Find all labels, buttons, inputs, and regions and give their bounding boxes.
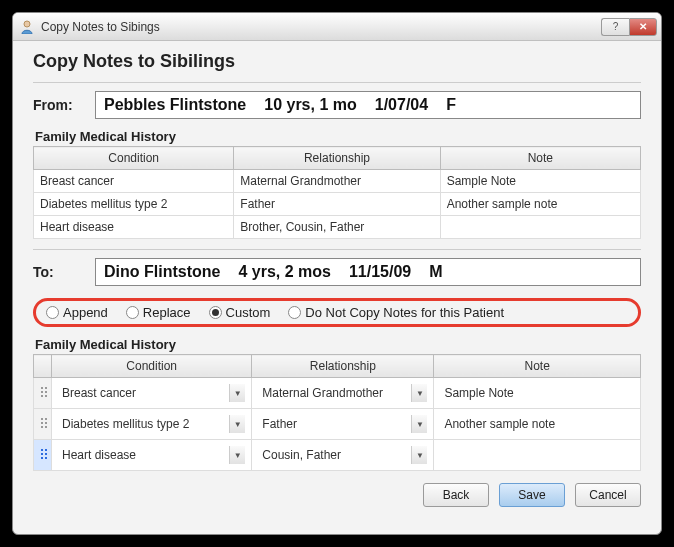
col-note: Note — [434, 355, 641, 378]
titlebar: Copy Notes to Sibings ? ✕ — [13, 13, 661, 41]
table-row[interactable]: Heart disease▼Cousin, Father▼ — [34, 440, 641, 471]
cell-note[interactable]: Sample Note — [434, 378, 641, 409]
radio-icon — [126, 306, 139, 319]
save-button[interactable]: Save — [499, 483, 565, 507]
col-condition: Condition — [34, 147, 234, 170]
radio-label: Replace — [143, 305, 191, 320]
radio-append[interactable]: Append — [46, 305, 108, 320]
table-row: Breast cancer Maternal Grandmother Sampl… — [34, 170, 641, 193]
condition-value: Diabetes mellitus type 2 — [58, 417, 229, 431]
footer-buttons: Back Save Cancel — [33, 483, 641, 507]
to-age: 4 yrs, 2 mos — [238, 263, 331, 281]
chevron-down-icon[interactable]: ▼ — [229, 384, 245, 402]
cell-condition: Heart disease — [34, 216, 234, 239]
content-area: Copy Notes to Sibilings From: Pebbles Fl… — [13, 41, 661, 534]
table-row: Heart disease Brother, Cousin, Father — [34, 216, 641, 239]
table-row[interactable]: Breast cancer▼Maternal Grandmother▼Sampl… — [34, 378, 641, 409]
radio-icon — [288, 306, 301, 319]
from-dob: 1/07/04 — [375, 96, 428, 114]
from-section-title: Family Medical History — [35, 129, 641, 144]
to-section-title: Family Medical History — [35, 337, 641, 352]
svg-point-0 — [24, 21, 30, 27]
chevron-down-icon[interactable]: ▼ — [229, 446, 245, 464]
cell-relationship[interactable]: Father▼ — [252, 409, 434, 440]
cell-condition: Breast cancer — [34, 170, 234, 193]
cell-note: Sample Note — [440, 170, 640, 193]
from-name: Pebbles Flintstone — [104, 96, 246, 114]
col-condition: Condition — [52, 355, 252, 378]
radio-replace[interactable]: Replace — [126, 305, 191, 320]
col-relationship: Relationship — [234, 147, 440, 170]
close-button[interactable]: ✕ — [629, 18, 657, 36]
to-history-table: Condition Relationship Note Breast cance… — [33, 354, 641, 471]
to-name: Dino Flintstone — [104, 263, 220, 281]
copy-mode-group: Append Replace Custom Do Not Copy Notes … — [33, 298, 641, 327]
radio-label: Append — [63, 305, 108, 320]
relationship-value: Father — [258, 417, 411, 431]
table-row[interactable]: Diabetes mellitus type 2▼Father▼Another … — [34, 409, 641, 440]
table-row: Diabetes mellitus type 2 Father Another … — [34, 193, 641, 216]
cell-relationship: Brother, Cousin, Father — [234, 216, 440, 239]
cell-note[interactable] — [434, 440, 641, 471]
from-row: From: Pebbles Flintstone 10 yrs, 1 mo 1/… — [33, 91, 641, 119]
from-age: 10 yrs, 1 mo — [264, 96, 357, 114]
cell-note — [440, 216, 640, 239]
condition-value: Breast cancer — [58, 386, 229, 400]
dialog-window: Copy Notes to Sibings ? ✕ Copy Notes to … — [12, 12, 662, 535]
cancel-button[interactable]: Cancel — [575, 483, 641, 507]
cell-note: Another sample note — [440, 193, 640, 216]
drag-handle[interactable] — [34, 440, 52, 471]
radio-label: Custom — [226, 305, 271, 320]
note-value: Another sample note — [440, 417, 634, 431]
divider — [33, 82, 641, 83]
to-sex: M — [429, 263, 442, 281]
back-button[interactable]: Back — [423, 483, 489, 507]
help-button[interactable]: ? — [601, 18, 629, 36]
cell-relationship: Father — [234, 193, 440, 216]
cell-condition[interactable]: Breast cancer▼ — [52, 378, 252, 409]
cell-condition: Diabetes mellitus type 2 — [34, 193, 234, 216]
cell-note[interactable]: Another sample note — [434, 409, 641, 440]
drag-handle[interactable] — [34, 378, 52, 409]
chevron-down-icon[interactable]: ▼ — [411, 415, 427, 433]
chevron-down-icon[interactable]: ▼ — [229, 415, 245, 433]
col-relationship: Relationship — [252, 355, 434, 378]
to-patient: Dino Flintstone 4 yrs, 2 mos 11/15/09 M — [95, 258, 641, 286]
radio-label: Do Not Copy Notes for this Patient — [305, 305, 504, 320]
radio-custom[interactable]: Custom — [209, 305, 271, 320]
to-dob: 11/15/09 — [349, 263, 411, 281]
radio-icon — [46, 306, 59, 319]
col-handle — [34, 355, 52, 378]
condition-value: Heart disease — [58, 448, 229, 462]
relationship-value: Maternal Grandmother — [258, 386, 411, 400]
col-note: Note — [440, 147, 640, 170]
relationship-value: Cousin, Father — [258, 448, 411, 462]
cell-condition[interactable]: Diabetes mellitus type 2▼ — [52, 409, 252, 440]
to-label: To: — [33, 264, 87, 280]
divider — [33, 249, 641, 250]
cell-condition[interactable]: Heart disease▼ — [52, 440, 252, 471]
window-title: Copy Notes to Sibings — [41, 20, 601, 34]
from-label: From: — [33, 97, 87, 113]
cell-relationship[interactable]: Maternal Grandmother▼ — [252, 378, 434, 409]
note-value: Sample Note — [440, 386, 634, 400]
radio-icon — [209, 306, 222, 319]
to-row: To: Dino Flintstone 4 yrs, 2 mos 11/15/0… — [33, 258, 641, 286]
radio-donotcopy[interactable]: Do Not Copy Notes for this Patient — [288, 305, 504, 320]
drag-handle[interactable] — [34, 409, 52, 440]
cell-relationship[interactable]: Cousin, Father▼ — [252, 440, 434, 471]
from-history-table: Condition Relationship Note Breast cance… — [33, 146, 641, 239]
from-sex: F — [446, 96, 456, 114]
page-title: Copy Notes to Sibilings — [33, 51, 641, 72]
from-patient: Pebbles Flintstone 10 yrs, 1 mo 1/07/04 … — [95, 91, 641, 119]
cell-relationship: Maternal Grandmother — [234, 170, 440, 193]
chevron-down-icon[interactable]: ▼ — [411, 446, 427, 464]
chevron-down-icon[interactable]: ▼ — [411, 384, 427, 402]
person-icon — [19, 19, 35, 35]
